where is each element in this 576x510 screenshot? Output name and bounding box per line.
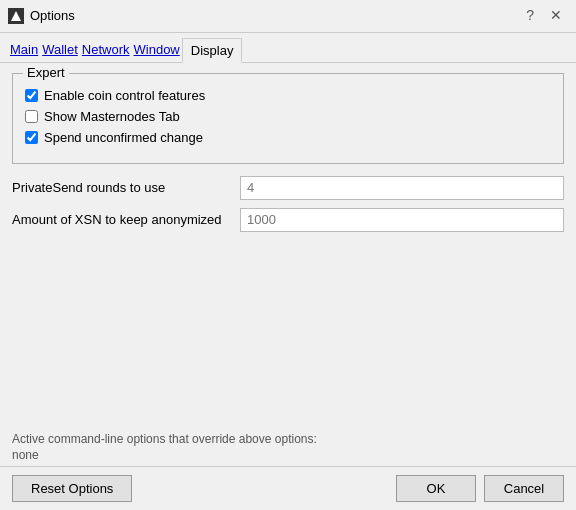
tab-display[interactable]: Display bbox=[182, 38, 243, 63]
cancel-button[interactable]: Cancel bbox=[484, 475, 564, 502]
bottom-info: Active command-line options that overrid… bbox=[0, 424, 576, 466]
xsn-amount-row: Amount of XSN to keep anonymized bbox=[12, 208, 564, 232]
masternodes-tab-checkbox[interactable] bbox=[25, 110, 38, 123]
tab-bar: Main Wallet Network Window Display bbox=[0, 33, 576, 63]
title-bar: Options ? ✕ bbox=[0, 0, 576, 33]
dialog-title: Options bbox=[30, 8, 520, 23]
button-bar: Reset Options OK Cancel bbox=[0, 466, 576, 510]
coin-control-label[interactable]: Enable coin control features bbox=[44, 88, 205, 103]
close-button[interactable]: ✕ bbox=[544, 6, 568, 26]
privatesend-rounds-row: PrivateSend rounds to use bbox=[12, 176, 564, 200]
privatesend-rounds-label: PrivateSend rounds to use bbox=[12, 180, 232, 195]
tab-network[interactable]: Network bbox=[80, 37, 132, 62]
cmd-options-description: Active command-line options that overrid… bbox=[12, 432, 564, 446]
expert-group: Expert Enable coin control features Show… bbox=[12, 73, 564, 164]
xsn-amount-label: Amount of XSN to keep anonymized bbox=[12, 212, 232, 227]
masternodes-tab-row: Show Masternodes Tab bbox=[25, 109, 551, 124]
help-button[interactable]: ? bbox=[520, 6, 540, 26]
title-bar-controls: ? ✕ bbox=[520, 6, 568, 26]
reset-options-button[interactable]: Reset Options bbox=[12, 475, 132, 502]
tab-main[interactable]: Main bbox=[8, 37, 40, 62]
spend-unconfirmed-checkbox[interactable] bbox=[25, 131, 38, 144]
ok-button[interactable]: OK bbox=[396, 475, 476, 502]
expert-group-label: Expert bbox=[23, 65, 69, 80]
privatesend-rounds-input[interactable] bbox=[240, 176, 564, 200]
coin-control-row: Enable coin control features bbox=[25, 88, 551, 103]
cmd-options-value: none bbox=[12, 448, 564, 462]
masternodes-tab-label[interactable]: Show Masternodes Tab bbox=[44, 109, 180, 124]
coin-control-checkbox[interactable] bbox=[25, 89, 38, 102]
spend-unconfirmed-label[interactable]: Spend unconfirmed change bbox=[44, 130, 203, 145]
xsn-amount-input[interactable] bbox=[240, 208, 564, 232]
app-icon bbox=[8, 8, 24, 24]
dialog-body: Main Wallet Network Window Display Exper… bbox=[0, 33, 576, 510]
tab-window[interactable]: Window bbox=[132, 37, 182, 62]
tab-content-display: Expert Enable coin control features Show… bbox=[0, 63, 576, 424]
tab-wallet[interactable]: Wallet bbox=[40, 37, 80, 62]
spend-unconfirmed-row: Spend unconfirmed change bbox=[25, 130, 551, 145]
